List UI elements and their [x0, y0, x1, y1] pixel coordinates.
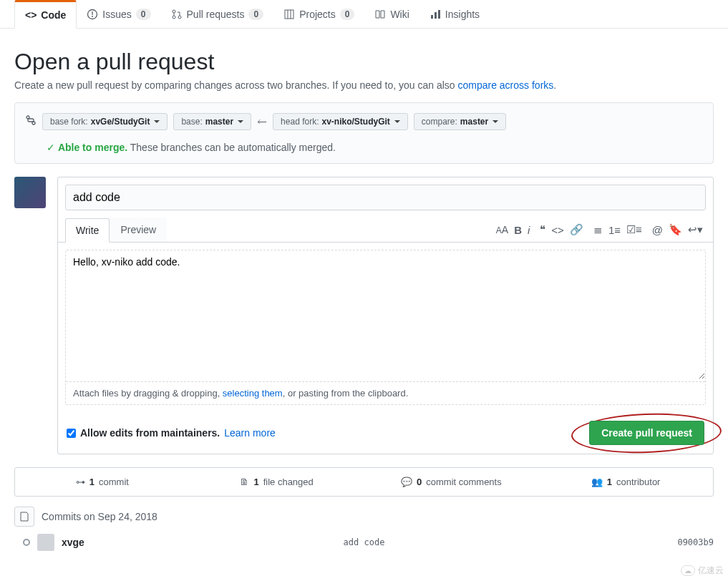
pr-title-input[interactable]: [65, 185, 706, 210]
projects-icon: [283, 9, 295, 20]
compare-label: compare:: [422, 117, 457, 127]
chevron-down-icon: [492, 120, 498, 123]
allow-edits-label: Allow edits from maintainers.: [80, 427, 220, 439]
bookmark-icon[interactable]: 🔖: [669, 223, 682, 236]
compare-icon: [25, 114, 37, 129]
stat-comments[interactable]: 💬 0 commit comments: [364, 468, 539, 496]
svg-rect-10: [435, 12, 437, 19]
repo-icon: [14, 507, 34, 527]
link-icon[interactable]: 🔗: [570, 223, 583, 236]
tab-wiki[interactable]: Wiki: [364, 0, 419, 28]
head-fork-label: head fork:: [281, 117, 319, 127]
stat-commits[interactable]: ⊶ 1 commit: [15, 468, 190, 496]
commit-sha[interactable]: 09003b9: [677, 537, 714, 547]
markdown-toolbar: AA B i ❝ <> 🔗 ≣ 1≡ ☑≡ @: [496, 223, 706, 236]
svg-rect-9: [431, 15, 433, 19]
head-fork-dropdown[interactable]: head fork: xv-niko/StudyGit: [273, 113, 408, 130]
tab-pr-label: Pull requests: [187, 9, 245, 20]
pr-counter: 0: [248, 9, 263, 20]
commit-message[interactable]: add code: [344, 537, 385, 547]
italic-icon[interactable]: i: [528, 224, 530, 236]
svg-point-3: [173, 10, 175, 13]
projects-counter: 0: [340, 9, 355, 20]
subtitle: Create a new pull request by comparing c…: [14, 79, 714, 91]
reply-icon[interactable]: ↩▾: [688, 223, 703, 236]
wiki-icon: [374, 9, 386, 20]
ol-icon[interactable]: 1≡: [608, 224, 621, 236]
files-label: file changed: [263, 477, 314, 487]
stat-contributors[interactable]: 👥 1 contributor: [538, 468, 713, 496]
learn-more-link[interactable]: Learn more: [224, 427, 276, 439]
issues-icon: [87, 9, 98, 20]
svg-point-5: [178, 16, 181, 19]
user-avatar[interactable]: [14, 177, 46, 208]
tab-projects-label: Projects: [299, 9, 336, 20]
head-fork-value: xv-niko/StudyGit: [321, 117, 389, 127]
bold-icon[interactable]: B: [514, 224, 522, 236]
pr-body-textarea[interactable]: Hello, xv-niko add code.: [66, 250, 705, 379]
commits-count: 1: [89, 477, 94, 487]
compare-branch-dropdown[interactable]: compare: master: [414, 113, 506, 130]
arrow-left-icon: 🡐: [257, 116, 267, 127]
tab-issues-label: Issues: [102, 9, 131, 20]
base-fork-label: base fork:: [50, 117, 88, 127]
contrib-label: contributor: [616, 477, 660, 487]
svg-rect-6: [285, 10, 293, 19]
commits-heading: Commits on Sep 24, 2018: [14, 507, 714, 527]
tab-projects[interactable]: Projects 0: [273, 0, 364, 28]
code-icon[interactable]: <>: [551, 224, 564, 236]
merge-note: These branches can be automatically merg…: [130, 142, 336, 153]
tab-code[interactable]: <> Code: [14, 0, 77, 29]
pr-icon: [171, 9, 183, 20]
contrib-count: 1: [607, 477, 612, 487]
text-size-icon[interactable]: AA: [496, 224, 508, 235]
commit-author-avatar[interactable]: [37, 534, 54, 551]
repo-tabs: <> Code Issues 0 Pull requests 0 Project…: [0, 0, 728, 29]
comment-icon: 💬: [401, 477, 412, 487]
allow-edits-checkbox[interactable]: [67, 429, 76, 438]
subtitle-post: .: [553, 79, 556, 91]
svg-point-4: [173, 16, 175, 19]
tab-code-label: Code: [41, 9, 66, 21]
stat-files[interactable]: 🗎 1 file changed: [190, 468, 364, 496]
merge-able-text: Able to merge.: [58, 142, 127, 153]
compare-forks-link[interactable]: compare across forks: [457, 79, 553, 91]
commit-author[interactable]: xvge: [62, 537, 84, 548]
base-fork-value: xvGe/StudyGit: [91, 117, 150, 127]
code-icon: <>: [25, 9, 37, 21]
timeline-dot-icon: [23, 539, 30, 546]
svg-point-2: [92, 16, 93, 17]
base-fork-dropdown[interactable]: base fork: xvGe/StudyGit: [42, 113, 168, 130]
base-branch-dropdown[interactable]: base: master: [173, 113, 251, 130]
insights-icon: [429, 9, 441, 20]
people-icon: 👥: [591, 477, 603, 487]
attach-pre: Attach files by dragging & dropping,: [73, 388, 223, 399]
check-icon: ✓: [47, 142, 55, 153]
quote-icon[interactable]: ❝: [540, 223, 545, 236]
files-count: 1: [253, 477, 258, 487]
ul-icon[interactable]: ≣: [593, 223, 603, 236]
compare-branches-box: base fork: xvGe/StudyGit base: master 🡐 …: [14, 102, 714, 164]
comments-count: 0: [417, 477, 422, 487]
tab-pull-requests[interactable]: Pull requests 0: [161, 0, 274, 28]
chevron-down-icon: [154, 120, 160, 123]
base-value: master: [205, 117, 233, 127]
tab-insights[interactable]: Insights: [419, 0, 490, 28]
merge-status: ✓ Able to merge. These branches can be a…: [25, 142, 703, 153]
svg-rect-11: [438, 10, 440, 19]
preview-tab[interactable]: Preview: [110, 218, 167, 242]
base-label: base:: [181, 117, 202, 127]
mention-icon[interactable]: @: [652, 224, 663, 236]
attach-hint: Attach files by dragging & dropping, sel…: [66, 381, 705, 404]
tab-issues[interactable]: Issues 0: [77, 0, 160, 28]
tab-wiki-label: Wiki: [390, 9, 409, 20]
chevron-down-icon: [394, 120, 400, 123]
attach-post: , or pasting from the clipboard.: [283, 388, 409, 399]
task-icon[interactable]: ☑≡: [626, 223, 642, 236]
attach-select-link[interactable]: selecting them: [223, 388, 283, 399]
create-pr-button[interactable]: Create pull request: [589, 421, 704, 445]
comments-label: commit comments: [426, 477, 501, 487]
chevron-down-icon: [238, 120, 243, 123]
commits-date-label: Commits on Sep 24, 2018: [42, 511, 157, 522]
write-tab[interactable]: Write: [65, 218, 110, 243]
